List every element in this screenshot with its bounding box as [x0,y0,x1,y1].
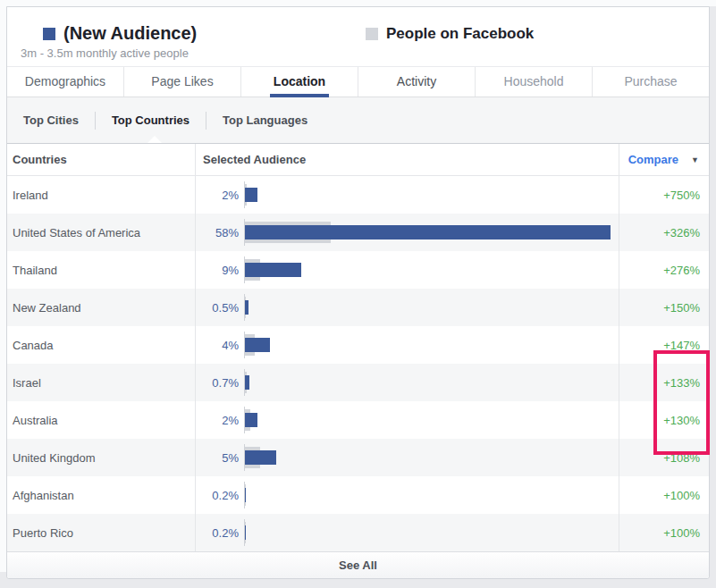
table-row[interactable]: Puerto Rico 0.2% +100% [7,514,709,551]
audience-percent: 4% [196,339,239,352]
audience-bar [245,488,246,502]
audience-bar [245,525,246,540]
compare-label: Compare [628,153,678,166]
column-header-countries: Countries [7,144,195,175]
audience-percent: 0.7% [196,376,239,390]
bar-chart [244,256,619,283]
chevron-down-icon: ▼ [691,155,699,164]
table-row[interactable]: Afghanistan 0.2% +100% [7,476,709,514]
bar-chart [244,519,619,546]
bar-chart [244,369,619,396]
audience-bar [245,338,270,352]
country-table-body: Ireland 2% +750% United States of Americ… [7,176,709,551]
compare-value: +100% [619,476,709,514]
audience-bar [245,375,249,390]
country-name: Israel [7,364,195,401]
audience-bar [245,225,611,239]
tab-location[interactable]: Location [241,67,358,97]
country-name: Thailand [7,251,195,289]
tab-demographics[interactable]: Demographics [7,67,124,97]
table-row[interactable]: Canada 4% +147% [7,326,709,364]
country-name: Afghanistan [7,476,195,514]
country-name: Puerto Rico [7,514,195,551]
column-header-selected-audience: Selected Audience [195,144,619,175]
audience-bar [245,450,276,465]
table-row[interactable]: United Kingdom 5% +108% [7,439,709,476]
legend-header: (New Audience) 3m - 3.5m monthly active … [7,7,709,66]
compare-dropdown[interactable]: Compare ▼ [619,144,709,175]
tab-activity[interactable]: Activity [358,67,476,97]
audience-percent: 5% [196,451,239,465]
compare-value: +108% [619,439,709,476]
facebook-color-swatch-icon [366,28,378,40]
audience-percent: 2% [196,414,239,427]
country-name: Ireland [7,176,195,214]
main-tab-bar: Demographics Page Likes Location Activit… [7,66,709,97]
compare-value: +326% [619,214,709,251]
facebook-title: People on Facebook [386,25,534,43]
audience-percent: 58% [196,226,239,239]
table-row[interactable]: United States of America 58% +326% [7,214,709,251]
compare-value: +133% [619,364,709,401]
country-name: United Kingdom [7,439,195,476]
bar-chart [244,444,619,471]
selected-audience-cell: 9% [195,251,619,289]
tab-household[interactable]: Household [476,67,593,97]
audience-bar [245,188,257,202]
audience-legend: (New Audience) [43,23,197,44]
tab-page-likes[interactable]: Page Likes [124,67,241,97]
selected-audience-cell: 2% [195,401,619,439]
bar-chart [244,294,619,321]
country-name: United States of America [7,214,195,251]
table-row[interactable]: Ireland 2% +750% [7,176,709,214]
audience-color-swatch-icon [43,28,55,40]
selected-audience-cell: 0.5% [195,289,619,326]
table-row[interactable]: Thailand 9% +276% [7,251,709,289]
table-row[interactable]: New Zealand 0.5% +150% [7,289,709,326]
page-background-left [0,0,6,572]
country-name: New Zealand [7,289,195,326]
active-subtab-notch [147,136,162,143]
audience-percent: 2% [196,189,239,202]
bar-chart [244,332,619,358]
compare-value: +150% [619,289,709,326]
selected-audience-cell: 0.2% [195,476,619,514]
bar-chart [244,219,619,246]
compare-value: +130% [619,401,709,439]
audience-title: (New Audience) [63,23,197,44]
audience-percent: 0.5% [196,301,239,315]
country-name: Canada [7,326,195,364]
country-name: Australia [7,401,195,439]
compare-value: +276% [619,251,709,289]
audience-percent: 9% [196,264,239,277]
audience-percent: 0.2% [196,526,239,540]
table-row[interactable]: Israel 0.7% +133% [7,364,709,401]
subtab-top-cities[interactable]: Top Cities [7,97,95,143]
audience-size-subtitle: 3m - 3.5m monthly active people [21,46,189,60]
audience-bar [245,300,248,315]
audience-percent: 0.2% [196,489,239,502]
bar-chart [244,482,619,508]
selected-audience-cell: 5% [195,439,619,476]
compare-value: +100% [619,514,709,551]
bar-chart [244,407,619,433]
compare-value: +750% [619,176,709,214]
subtab-top-languages[interactable]: Top Languages [206,97,324,143]
see-all-button[interactable]: See All [7,551,709,578]
location-subtab-bar: Top Cities Top Countries Top Languages [7,97,709,144]
facebook-legend: People on Facebook [366,25,534,43]
audience-insights-panel: (New Audience) 3m - 3.5m monthly active … [6,6,710,579]
selected-audience-cell: 0.2% [195,514,619,551]
selected-audience-cell: 0.7% [195,364,619,401]
table-row[interactable]: Australia 2% +130% [7,401,709,439]
selected-audience-cell: 2% [195,176,619,214]
selected-audience-cell: 58% [195,214,619,251]
tab-purchase[interactable]: Purchase [593,67,709,97]
page-background-top [0,0,716,6]
table-header: Countries Selected Audience Compare ▼ [7,144,709,176]
audience-bar [245,263,301,277]
bar-chart [244,181,619,208]
audience-bar [245,413,257,427]
compare-value: +147% [619,326,709,364]
selected-audience-cell: 4% [195,326,619,364]
